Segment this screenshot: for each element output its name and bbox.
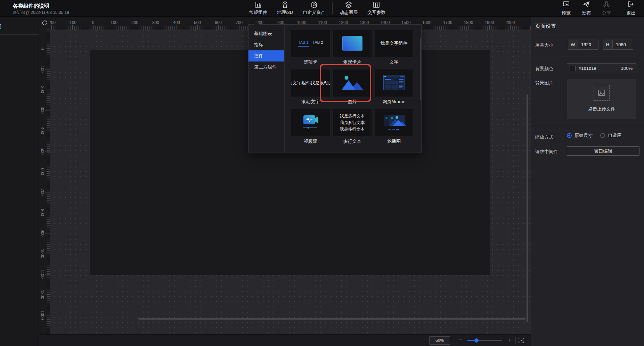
- width-value[interactable]: 1920: [578, 40, 598, 49]
- sliders-icon: [373, 1, 380, 9]
- h-ruler-label: 400: [173, 20, 180, 25]
- component-item-video-stream[interactable]: 视频流: [291, 109, 330, 145]
- publish-button[interactable]: 发布: [576, 0, 596, 17]
- header-divider: [332, 2, 333, 14]
- top-header: 各类组件的说明 最近保存 2022-11-08 15:35:19 常规组件 地理…: [0, 0, 644, 17]
- category-item-2[interactable]: 控件: [248, 50, 284, 61]
- v-ruler-label: 400: [40, 127, 45, 134]
- preview-button[interactable]: 预览: [556, 0, 576, 17]
- component-label: 轮播图: [375, 138, 413, 145]
- component-item-text[interactable]: 我是文字组件 文字: [375, 30, 413, 65]
- v-ruler-label: 500: [40, 148, 45, 155]
- radio-original-size[interactable]: [567, 133, 572, 138]
- v-ruler-major-tick: [45, 274, 50, 274]
- header-action-group: 预览 发布 分享: [556, 0, 641, 17]
- component-item-multiline-text[interactable]: 我是多行文本 我是多行文本 我是多行文本 多行文本: [333, 109, 372, 145]
- vertical-ruler[interactable]: 0100200300400500600700800900100011001200…: [39, 30, 50, 334]
- v-ruler-major-tick: [45, 110, 50, 110]
- layer-sidebar: 图: [0, 17, 39, 346]
- h-ruler-major-tick: [72, 25, 73, 30]
- menu-interaction-params[interactable]: 交互参数: [362, 0, 390, 17]
- height-input[interactable]: H 1080: [603, 40, 633, 50]
- component-label: 矩形卡片: [333, 59, 372, 65]
- radio-original-size-label[interactable]: 原始尺寸: [574, 132, 593, 139]
- h-ruler-major-tick: [51, 25, 52, 30]
- menu-label: 地理/3D: [277, 9, 293, 16]
- menu-custom-assets[interactable]: 自定义资产: [298, 0, 330, 17]
- scrolling-text-content: 我是滚动文字组件我是滚动文字组件: [291, 80, 330, 86]
- middleware-label: 请求中间件: [535, 149, 558, 155]
- settings-title: 页面设置: [535, 23, 556, 30]
- bg-color-input[interactable]: #1b1b1e 100%: [567, 63, 636, 73]
- fit-screen-icon[interactable]: [519, 338, 524, 343]
- action-label: 预览: [562, 10, 571, 16]
- v-ruler-label: 1200: [40, 290, 45, 299]
- upload-image-icon: [594, 85, 610, 101]
- v-ruler-major-tick: [45, 90, 50, 90]
- rect-card-preview: [333, 30, 372, 57]
- color-hex-value[interactable]: #1b1b1e: [579, 66, 596, 71]
- category-item-3[interactable]: 第三方组件: [248, 61, 284, 73]
- settings-divider: [531, 34, 644, 34]
- zoom-out-button[interactable]: −: [456, 336, 465, 344]
- iframe-preview: [375, 69, 413, 97]
- radio-auto-fit[interactable]: [600, 133, 605, 138]
- component-item-image[interactable]: 图片: [333, 69, 372, 105]
- ruler-reset-corner[interactable]: [39, 17, 50, 30]
- component-item-scrolling-text[interactable]: 我是滚动文字组件我是滚动文字组件 滚动文字: [291, 69, 330, 105]
- upload-text: 点击上传文件: [567, 106, 636, 112]
- height-value[interactable]: 1080: [613, 40, 633, 49]
- sidebar-divider: [0, 34, 39, 35]
- menu-dynamic-layers[interactable]: 动态图层: [335, 0, 362, 17]
- header-divider: [619, 2, 619, 14]
- vertical-scrollbar[interactable]: [527, 94, 528, 322]
- zoom-slider[interactable]: [467, 340, 502, 341]
- component-item-rect-card[interactable]: 矩形卡片: [333, 30, 372, 65]
- publish-icon: [582, 0, 590, 9]
- menu-regular-components[interactable]: 常规组件: [244, 0, 272, 17]
- v-ruler-label: 1000: [40, 249, 45, 258]
- v-ruler-major-tick: [45, 151, 50, 151]
- component-item-carousel[interactable]: 轮播图: [375, 109, 413, 145]
- hexagon-icon: [310, 1, 318, 9]
- width-input[interactable]: W 1920: [568, 40, 598, 50]
- h-ruler-major-tick: [177, 25, 177, 30]
- radio-auto-fit-label[interactable]: 自适应: [608, 132, 621, 139]
- picture-icon: [341, 74, 364, 92]
- component-dropdown-panel: 基础图表指标控件第三方组件 TAB 1 TAB 2 选项卡 矩形卡片 我是文字组…: [248, 24, 422, 153]
- v-ruler-major-tick: [45, 254, 50, 254]
- window-edit-button[interactable]: 窗口编辑: [567, 146, 639, 156]
- scale-mode-options: 原始尺寸 自适应: [567, 132, 626, 139]
- h-ruler-major-tick: [468, 25, 469, 30]
- layers-icon: [345, 1, 352, 9]
- last-saved-text: 最近保存 2022-11-08 15:35:19: [13, 10, 69, 16]
- zoom-in-button[interactable]: +: [505, 336, 513, 344]
- color-swatch[interactable]: [570, 66, 576, 71]
- horizontal-scrollbar[interactable]: [138, 318, 525, 320]
- v-ruler-label: 300: [40, 107, 45, 114]
- component-item-iframe[interactable]: 网页/iframe: [375, 69, 413, 105]
- h-ruler-label: 200: [131, 20, 138, 25]
- h-ruler-label: 700: [236, 20, 243, 25]
- zoom-level-input[interactable]: 60%: [429, 336, 450, 345]
- h-ruler-major-tick: [93, 25, 93, 30]
- menu-geo-3d[interactable]: 地理/3D: [272, 0, 298, 17]
- menu-label: 常规组件: [249, 9, 267, 16]
- zoom-bar-divider: [515, 337, 516, 344]
- h-ruler-label: 0: [92, 20, 95, 25]
- action-label: 退出: [627, 10, 636, 16]
- color-alpha-value[interactable]: 100%: [621, 66, 633, 71]
- multiline-line: 我是多行文本: [340, 120, 365, 126]
- component-item-tabs[interactable]: TAB 1 TAB 2 选项卡: [291, 30, 330, 65]
- panel-scrollbar-thumb[interactable]: [420, 38, 421, 100]
- zoom-slider-thumb[interactable]: [474, 338, 479, 343]
- document-title: 各类组件的说明: [13, 3, 49, 9]
- category-item-0[interactable]: 基础图表: [248, 28, 284, 39]
- component-label: 视频流: [291, 138, 330, 145]
- category-item-1[interactable]: 指标: [248, 39, 284, 50]
- exit-button[interactable]: 退出: [621, 0, 641, 17]
- share-button[interactable]: 分享: [596, 0, 617, 17]
- bg-image-upload[interactable]: 点击上传文件: [567, 79, 636, 119]
- tabs-preview: TAB 1 TAB 2: [291, 30, 330, 57]
- v-ruler-label: 600: [40, 168, 45, 175]
